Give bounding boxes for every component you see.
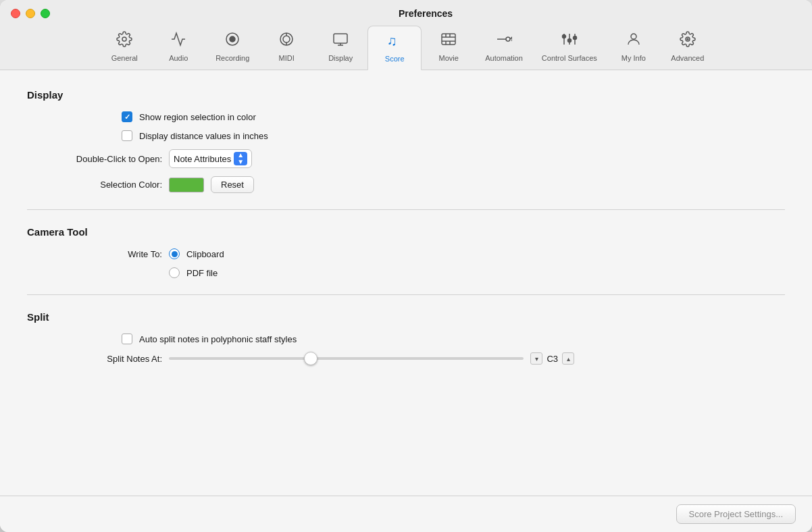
my-info-icon (626, 31, 642, 51)
svg-point-4 (283, 36, 290, 43)
tab-automation-label: Automation (485, 54, 523, 62)
tab-score-label: Score (385, 55, 405, 63)
main-content: Display Show region selection in color D… (0, 70, 812, 496)
svg-point-24 (567, 39, 571, 43)
svg-point-2 (230, 36, 235, 42)
split-value: C3 (547, 354, 558, 364)
split-notes-row: Split Notes At: ▾ C3 ▴ (27, 352, 785, 365)
automation-icon (496, 31, 512, 51)
tab-recording[interactable]: Recording (205, 26, 259, 70)
preferences-window: Preferences General Audio (0, 0, 812, 532)
minimize-button[interactable] (26, 9, 35, 18)
camera-section-title: Camera Tool (27, 226, 785, 238)
general-icon (116, 31, 132, 51)
midi-icon (278, 31, 295, 51)
auto-split-checkbox[interactable] (122, 334, 132, 344)
split-slider-area: ▾ C3 ▴ (169, 352, 574, 365)
maximize-button[interactable] (41, 9, 50, 18)
display-icon (332, 31, 349, 51)
svg-text:♫: ♫ (387, 33, 397, 48)
display-distance-row: Display distance values in inches (27, 130, 785, 141)
tab-audio[interactable]: Audio (151, 26, 205, 70)
show-region-checkbox[interactable] (122, 111, 132, 122)
svg-point-26 (631, 34, 636, 39)
tab-audio-label: Audio (169, 54, 188, 62)
split-slider-track[interactable] (169, 357, 524, 360)
tab-recording-label: Recording (215, 54, 249, 62)
pdf-radio[interactable] (169, 267, 180, 278)
split-section: Split Auto split notes in polyphonic sta… (27, 311, 785, 365)
clipboard-label: Clipboard (186, 249, 224, 259)
tab-display[interactable]: Display (313, 26, 367, 70)
double-click-row: Double-Click to Open: Note Attributes ▲ … (27, 149, 785, 168)
display-distance-label: Display distance values in inches (139, 131, 268, 141)
show-region-label: Show region selection in color (139, 112, 256, 122)
tab-midi[interactable]: MIDI (259, 26, 313, 70)
selection-color-swatch[interactable] (169, 178, 204, 192)
tab-advanced[interactable]: Advanced (661, 26, 715, 70)
clipboard-radio[interactable] (169, 248, 180, 259)
write-to-label: Write To: (27, 249, 162, 259)
select-arrows-icon: ▲ ▼ (234, 152, 247, 165)
project-settings-button[interactable]: Score Project Settings... (676, 504, 796, 524)
double-click-label: Double-Click to Open: (27, 154, 162, 164)
split-notes-label: Split Notes At: (27, 354, 162, 364)
tab-score[interactable]: ♫ Score (367, 26, 422, 70)
display-distance-checkbox[interactable] (122, 130, 132, 141)
tab-bar: General Audio Recording (11, 26, 801, 70)
tab-automation[interactable]: Automation (476, 26, 532, 70)
display-section-title: Display (27, 89, 785, 101)
display-section: Display Show region selection in color D… (27, 89, 785, 193)
svg-point-0 (122, 37, 126, 41)
split-value-control: ▾ C3 ▴ (530, 352, 574, 365)
close-button[interactable] (11, 9, 20, 18)
tab-general-label: General (111, 54, 138, 62)
split-section-title: Split (27, 311, 785, 323)
camera-section: Camera Tool Write To: Clipboard PDF file (27, 226, 785, 278)
tab-movie[interactable]: Movie (422, 26, 476, 70)
svg-rect-11 (442, 34, 455, 45)
svg-point-25 (573, 36, 576, 40)
control-surfaces-icon (560, 31, 579, 51)
split-decrement-button[interactable]: ▾ (530, 352, 542, 365)
recording-icon (224, 31, 240, 51)
auto-split-label: Auto split notes in polyphonic staff sty… (139, 334, 297, 344)
svg-point-18 (506, 37, 510, 41)
window-controls (11, 9, 50, 18)
tab-my-info[interactable]: My Info (607, 26, 661, 70)
divider-2 (27, 294, 785, 295)
tab-control-surfaces[interactable]: Control Surfaces (532, 26, 607, 70)
score-icon: ♫ (386, 32, 403, 52)
write-to-row: Write To: Clipboard (27, 248, 785, 259)
pdf-label: PDF file (186, 268, 218, 278)
reset-button[interactable]: Reset (211, 176, 254, 193)
double-click-value: Note Attributes (174, 154, 231, 164)
show-region-row: Show region selection in color (27, 111, 785, 122)
svg-point-23 (562, 35, 565, 38)
bottom-bar: Score Project Settings... (0, 496, 812, 532)
divider-1 (27, 209, 785, 210)
svg-rect-7 (334, 34, 347, 43)
split-increment-button[interactable]: ▴ (562, 352, 574, 365)
double-click-select[interactable]: Note Attributes ▲ ▼ (169, 149, 252, 168)
tab-my-info-label: My Info (621, 54, 646, 62)
tab-advanced-label: Advanced (671, 54, 704, 62)
movie-icon (440, 31, 457, 51)
auto-split-row: Auto split notes in polyphonic staff sty… (27, 334, 785, 344)
svg-point-28 (687, 38, 688, 40)
tab-general[interactable]: General (97, 26, 151, 70)
tab-movie-label: Movie (439, 54, 459, 62)
audio-icon (170, 31, 186, 51)
selection-color-row: Selection Color: Reset (27, 176, 785, 193)
pdf-row: PDF file (27, 267, 785, 278)
window-title: Preferences (50, 8, 801, 19)
title-bar: Preferences General Audio (0, 0, 812, 70)
tab-midi-label: MIDI (279, 54, 295, 62)
selection-color-label: Selection Color: (27, 180, 162, 190)
split-slider-thumb[interactable] (304, 352, 318, 365)
tab-control-surfaces-label: Control Surfaces (542, 54, 597, 62)
tab-display-label: Display (328, 54, 353, 62)
advanced-icon (680, 31, 696, 51)
